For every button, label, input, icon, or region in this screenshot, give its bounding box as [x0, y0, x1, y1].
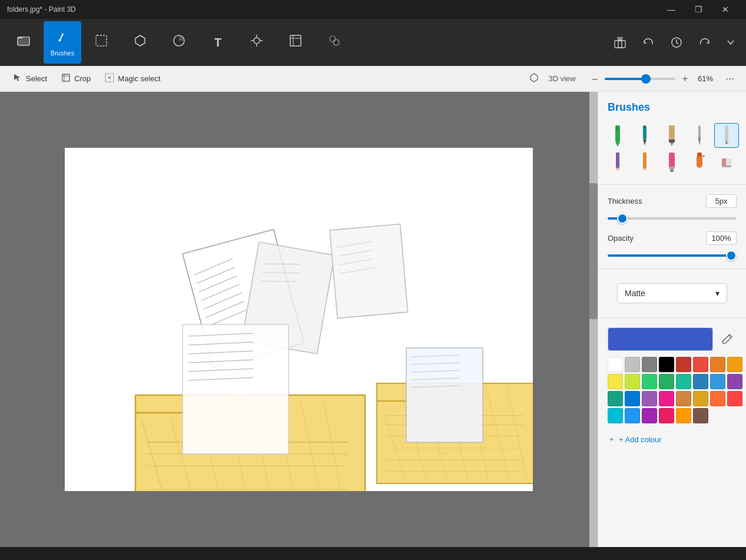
brush-marker-green[interactable]: [605, 123, 630, 148]
minimize-button[interactable]: —: [658, 0, 685, 19]
color-cell[interactable]: [625, 408, 640, 423]
brush-marker-pink[interactable]: [659, 150, 684, 175]
color-cell[interactable]: [642, 374, 657, 389]
undo-button[interactable]: [635, 21, 661, 64]
add-color-button[interactable]: ＋ + Add colour: [598, 428, 746, 450]
canvas-image[interactable]: [65, 148, 533, 491]
magic-select-button[interactable]: Magic select: [99, 71, 166, 87]
color-cell[interactable]: [727, 391, 742, 406]
svg-marker-99: [725, 143, 728, 144]
color-cell[interactable]: [727, 357, 742, 372]
crop-button[interactable]: Crop: [55, 71, 97, 87]
tool-stickers[interactable]: [160, 21, 198, 64]
color-cell[interactable]: [693, 391, 708, 406]
panel-title: Brushes: [598, 92, 746, 118]
canvas-area[interactable]: [0, 92, 598, 547]
color-cell[interactable]: [659, 357, 674, 372]
color-cell[interactable]: [642, 357, 657, 372]
thickness-slider[interactable]: [608, 217, 737, 220]
svg-rect-100: [616, 153, 619, 168]
color-cell[interactable]: [710, 357, 725, 372]
tool-mixed[interactable]: [316, 21, 353, 64]
zoom-slider[interactable]: [605, 78, 675, 80]
svg-rect-98: [725, 141, 728, 143]
redo-button[interactable]: [692, 21, 718, 64]
color-cell[interactable]: [693, 408, 708, 423]
brush-marker-tan[interactable]: [659, 123, 684, 148]
color-cell[interactable]: [710, 391, 725, 406]
scrollbar-thumb[interactable]: [589, 183, 598, 320]
close-button[interactable]: ✕: [712, 0, 739, 19]
select-label: Select: [26, 74, 47, 83]
svg-rect-103: [643, 153, 646, 168]
svg-rect-108: [670, 169, 674, 172]
tool-3dshapes[interactable]: [121, 21, 159, 64]
brush-pen-thin[interactable]: [687, 123, 712, 148]
svg-rect-17: [618, 41, 622, 48]
history-button[interactable]: [664, 21, 689, 64]
color-cell[interactable]: [608, 408, 623, 423]
color-cell[interactable]: [676, 357, 691, 372]
brush-eraser[interactable]: [714, 150, 739, 175]
tool-effects[interactable]: [238, 21, 276, 64]
color-cell[interactable]: [625, 357, 640, 372]
select-button[interactable]: Select: [7, 71, 53, 87]
brush-pencil-gray[interactable]: [714, 123, 739, 148]
brush-pencil-purple[interactable]: [605, 150, 630, 175]
svg-rect-89: [644, 125, 645, 129]
color-cell[interactable]: [676, 391, 691, 406]
svg-rect-95: [698, 137, 701, 139]
svg-rect-37: [330, 224, 408, 319]
tool-text[interactable]: T: [199, 21, 237, 64]
panel-divider-1: [598, 184, 746, 185]
opacity-slider[interactable]: [608, 254, 737, 257]
color-cell[interactable]: [625, 391, 640, 406]
color-cell[interactable]: [710, 374, 725, 389]
brush-pencil-orange[interactable]: [632, 150, 657, 175]
color-cell[interactable]: [625, 374, 640, 389]
svg-rect-109: [697, 155, 702, 168]
color-cell[interactable]: [642, 408, 657, 423]
svg-rect-86: [616, 125, 618, 130]
color-cell[interactable]: [676, 408, 691, 423]
zoom-out-button[interactable]: –: [590, 71, 600, 87]
restore-button[interactable]: ❐: [685, 0, 712, 19]
color-cell[interactable]: [608, 374, 623, 389]
color-cell[interactable]: [676, 374, 691, 389]
color-cell[interactable]: [608, 391, 623, 406]
texture-dropdown[interactable]: Matte ▾: [617, 283, 727, 303]
crop-sub-icon: [61, 73, 71, 85]
color-cell[interactable]: [693, 357, 708, 372]
texture-chevron-icon: ▾: [715, 289, 720, 298]
brush-spray-orange[interactable]: [687, 150, 712, 175]
color-cell[interactable]: [659, 374, 674, 389]
3d-view-label[interactable]: 3D view: [548, 74, 575, 83]
color-cell[interactable]: [659, 408, 674, 423]
zoom-in-button[interactable]: +: [680, 71, 690, 87]
bottom-bar: [0, 547, 746, 560]
text-icon: T: [214, 36, 221, 49]
vertical-scrollbar[interactable]: [589, 92, 598, 547]
tool-open[interactable]: [5, 21, 42, 64]
tool-select2d[interactable]: [82, 21, 120, 64]
canvas-svg: [65, 148, 533, 491]
color-cell[interactable]: [659, 391, 674, 406]
color-cell[interactable]: [608, 357, 623, 372]
svg-rect-102: [616, 168, 619, 170]
more-toolbar-button[interactable]: [720, 21, 741, 64]
color-palette: [608, 357, 737, 423]
gift-button[interactable]: [607, 21, 633, 64]
brushes-label: Brushes: [51, 49, 74, 57]
panel-divider-2: [598, 269, 746, 269]
color-cell[interactable]: [642, 391, 657, 406]
tool-crop[interactable]: [277, 21, 314, 64]
eyedropper-button[interactable]: [718, 330, 737, 349]
3d-view-icon: [529, 73, 539, 85]
color-cell[interactable]: [693, 374, 708, 389]
texture-label: Matte: [625, 289, 645, 298]
current-color-swatch[interactable]: [608, 327, 713, 351]
tool-brushes[interactable]: Brushes: [44, 21, 81, 64]
color-cell[interactable]: [727, 374, 742, 389]
brush-pen-teal[interactable]: [632, 123, 657, 148]
more-zoom-button[interactable]: ···: [721, 70, 739, 87]
